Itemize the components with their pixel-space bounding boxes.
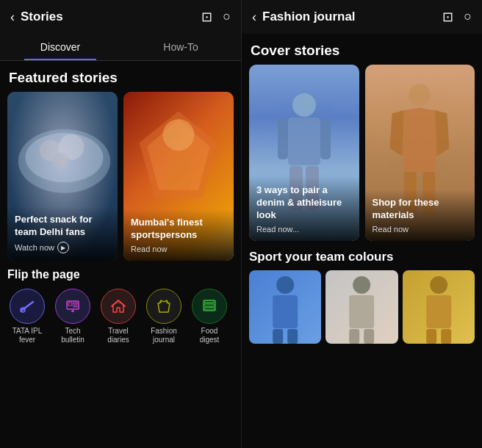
right-bookmark-icon[interactable]: ⊡	[442, 9, 453, 25]
sport-title: Sport your team colours	[249, 250, 475, 264]
right-header: ‹ Fashion journal ⊡ ○	[242, 0, 482, 34]
tabs-bar: Discover How-To	[0, 34, 241, 61]
sport-person-2	[325, 270, 398, 344]
svg-point-32	[276, 276, 294, 294]
sport-card-2[interactable]	[325, 270, 398, 344]
svg-point-4	[52, 153, 69, 170]
cover-cards: 3 ways to pair a denim & athleisure look…	[249, 65, 475, 241]
tab-howto[interactable]: How-To	[120, 34, 241, 60]
ipl-label: TATA IPLfever	[12, 327, 43, 344]
sport-cards	[249, 270, 475, 344]
bookmark-icon[interactable]: ⊡	[201, 9, 212, 25]
featured-title: Featured stories	[0, 61, 241, 92]
cover1-overlay: 3 ways to pair a denim & athleisure look…	[249, 177, 359, 241]
flip-section: Flip the page TATA IPLfever	[0, 261, 241, 344]
right-panel: ‹ Fashion journal ⊡ ○ Cover stories	[241, 0, 482, 448]
header-actions: ⊡ ○	[201, 9, 231, 25]
svg-point-36	[353, 276, 370, 294]
featured-card-1[interactable]: Perfect snack for team Delhi fans Watch …	[7, 92, 118, 261]
page-title: Stories	[21, 10, 201, 24]
svg-rect-42	[426, 329, 436, 344]
sport-person-3	[403, 270, 475, 344]
back-button[interactable]: ‹	[10, 10, 15, 25]
svg-point-23	[292, 93, 316, 117]
left-panel: ‹ Stories ⊡ ○ Discover How-To Featured s…	[0, 0, 241, 448]
svg-rect-21	[204, 308, 215, 310]
food-label: Fooddigest	[200, 327, 220, 344]
food-icon	[201, 297, 218, 315]
cover-card-1[interactable]: 3 ways to pair a denim & athleisure look…	[249, 65, 359, 241]
cover1-title: 3 ways to pair a denim & athleisure look	[256, 184, 352, 222]
featured-cards: Perfect snack for team Delhi fans Watch …	[0, 92, 241, 261]
svg-rect-28	[320, 119, 331, 159]
svg-point-40	[430, 276, 447, 294]
svg-rect-13	[73, 303, 77, 304]
tech-circle	[55, 289, 90, 324]
sport-person-1	[249, 270, 321, 344]
cover-title: Cover stories	[242, 34, 482, 65]
right-scroll-area: Cover stories 3 ways to	[242, 34, 482, 448]
card1-overlay: Perfect snack for team Delhi fans Watch …	[7, 206, 118, 261]
food-circle	[192, 289, 227, 324]
svg-line-9	[21, 302, 33, 311]
svg-rect-22	[204, 300, 215, 311]
ipl-circle	[10, 289, 45, 324]
fashion-label: Fashionjournal	[151, 327, 177, 344]
svg-rect-35	[287, 329, 298, 344]
svg-rect-37	[349, 295, 374, 328]
fashion-circle	[146, 289, 181, 324]
travel-circle	[101, 289, 136, 324]
ipl-icon	[18, 297, 36, 315]
fashion-icon	[155, 297, 173, 315]
flip-item-fashion[interactable]: Fashionjournal	[144, 289, 184, 344]
tab-discover[interactable]: Discover	[0, 34, 120, 60]
svg-rect-34	[273, 329, 283, 344]
right-back-button[interactable]: ‹	[252, 10, 256, 25]
flip-icons: TATA IPLfever Techbulletin	[7, 289, 234, 344]
sport-card-3[interactable]	[403, 270, 475, 344]
card2-title: Mumbai's finest sportspersons	[131, 217, 226, 242]
svg-rect-20	[204, 304, 215, 306]
cover-card-2[interactable]: Shop for these materials Read now	[365, 65, 475, 241]
right-header-actions: ⊡ ○	[442, 9, 472, 25]
flip-item-ipl[interactable]: TATA IPLfever	[7, 289, 47, 344]
cover-section: 3 ways to pair a denim & athleisure look…	[242, 65, 482, 241]
flip-title: Flip the page	[7, 268, 234, 281]
card2-action[interactable]: Read now	[131, 245, 226, 253]
sport-image	[123, 95, 234, 214]
play-icon: ▶	[57, 242, 69, 253]
tech-label: Techbulletin	[61, 327, 84, 344]
flip-item-tech[interactable]: Techbulletin	[53, 289, 93, 344]
right-page-title: Fashion journal	[262, 10, 442, 24]
travel-label: Traveldiaries	[107, 327, 129, 344]
svg-rect-38	[349, 329, 359, 344]
sport-section: Sport your team colours	[242, 241, 482, 348]
svg-rect-39	[364, 329, 374, 344]
cover2-action[interactable]: Read now	[373, 225, 468, 234]
svg-rect-8	[167, 151, 190, 190]
flip-item-travel[interactable]: Traveldiaries	[98, 289, 138, 344]
svg-rect-24	[288, 118, 320, 165]
card1-title: Perfect snack for team Delhi fans	[15, 214, 110, 239]
svg-rect-27	[278, 119, 288, 159]
svg-rect-14	[73, 306, 77, 307]
svg-point-29	[409, 84, 431, 106]
svg-rect-12	[68, 303, 72, 306]
sport-card-1[interactable]	[249, 270, 321, 344]
featured-card-2[interactable]: Mumbai's finest sportspersons Read now	[123, 92, 234, 261]
right-search-icon[interactable]: ○	[464, 9, 472, 25]
search-icon[interactable]: ○	[223, 9, 231, 25]
flip-item-food[interactable]: Fooddigest	[190, 289, 229, 344]
food-image	[15, 99, 114, 209]
cover1-action[interactable]: Read now...	[256, 225, 352, 234]
cover2-title: Shop for these materials	[373, 197, 468, 222]
svg-rect-43	[441, 329, 451, 344]
card2-overlay: Mumbai's finest sportspersons Read now	[123, 209, 234, 261]
card1-action[interactable]: Watch now ▶	[15, 242, 110, 253]
svg-rect-41	[426, 295, 451, 328]
travel-icon	[109, 297, 127, 315]
tech-icon	[64, 297, 82, 315]
left-header: ‹ Stories ⊡ ○	[0, 0, 241, 34]
svg-rect-33	[273, 295, 298, 328]
cover2-overlay: Shop for these materials Read now	[365, 189, 475, 241]
